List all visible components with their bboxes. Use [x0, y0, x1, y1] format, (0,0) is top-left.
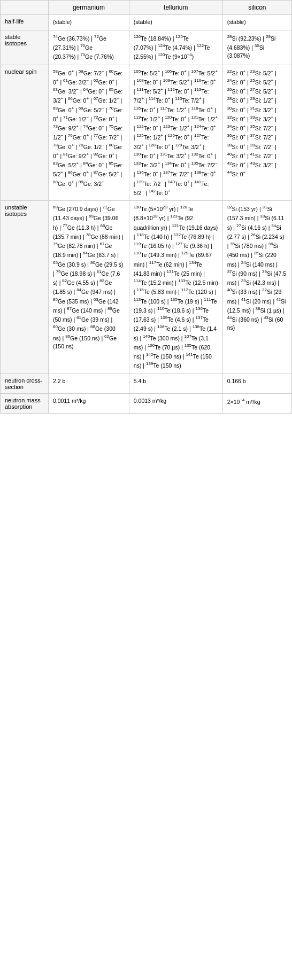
stable-si-content: 28Si (92.23%) | 29Si (4.683%) | 30Si (3.… [227, 34, 287, 60]
neutron-cross-ge-value: 2.2 b [53, 377, 125, 386]
row-label-half-life: half-life [1, 15, 49, 30]
table-row-half-life: half-life (stable) (stable) (stable) [1, 15, 292, 30]
stable-te-content: 126Te (18.84%) | 125Te (7.07%) | 124Te (… [134, 34, 218, 61]
row-label-neutron-cross: neutron cross-section [1, 374, 49, 393]
half-life-ge-value: (stable) [53, 19, 72, 25]
row-label-unstable-isotopes: unstable isotopes [1, 201, 49, 374]
unstable-ge-content: 68Ge (270.9 days) | 71Ge (11.43 days) | … [53, 204, 125, 351]
row-label-stable-isotopes: stable isotopes [1, 30, 49, 65]
unstable-te-content: 130Te (5×1023 yr) | 128Te (8.8×1018 yr) … [134, 204, 218, 370]
cell-unstable-te: 130Te (5×1023 yr) | 128Te (8.8×1018 yr) … [129, 201, 222, 374]
row-label-neutron-mass: neutron mass absorption [1, 393, 49, 413]
nuclear-spin-si-content: 22Si: 0+ | 23Si: 5/2+ | 24Si: 0+ | 25Si:… [227, 68, 287, 179]
cell-neutron-cross-te: 5.4 b [129, 374, 222, 393]
table-row-neutron-mass: neutron mass absorption 0.0011 m²/kg 0.0… [1, 393, 292, 413]
cell-unstable-ge: 68Ge (270.9 days) | 71Ge (11.43 days) | … [49, 201, 129, 374]
neutron-mass-si-value: 2×10−4 m²/kg [227, 397, 287, 406]
cell-nuclear-spin-ge: 58Ge: 0+ | 59Ge: 7/2− | 60Ge: 0+ | 61Ge:… [49, 65, 129, 201]
row-label-nuclear-spin: nuclear spin [1, 65, 49, 201]
cell-stable-ge: 74Ge (36.73%) | 72Ge (27.31%) | 70Ge (20… [49, 30, 129, 65]
table-row-stable-isotopes: stable isotopes 74Ge (36.73%) | 72Ge (27… [1, 30, 292, 65]
cell-neutron-cross-si: 0.166 b [222, 374, 291, 393]
cell-nuclear-spin-te: 105Te: 5/2+ | 106Te: 0+ | 107Te: 5/2+ | … [129, 65, 222, 201]
empty-header-cell [1, 1, 49, 15]
neutron-mass-ge-value: 0.0011 m²/kg [53, 397, 125, 406]
col-header-tellurium: tellurium [129, 1, 222, 15]
cell-half-life-si: (stable) [222, 15, 291, 30]
cell-stable-te: 126Te (18.84%) | 125Te (7.07%) | 124Te (… [129, 30, 222, 65]
col-header-silicon: silicon [222, 1, 291, 15]
col-header-germanium: germanium [49, 1, 129, 15]
neutron-cross-si-value: 0.166 b [227, 377, 287, 386]
cell-neutron-mass-te: 0.0013 m²/kg [129, 393, 222, 413]
neutron-mass-te-value: 0.0013 m²/kg [134, 397, 218, 406]
cell-half-life-ge: (stable) [49, 15, 129, 30]
table-row-nuclear-spin: nuclear spin 58Ge: 0+ | 59Ge: 7/2− | 60G… [1, 65, 292, 201]
cell-stable-si: 28Si (92.23%) | 29Si (4.683%) | 30Si (3.… [222, 30, 291, 65]
cell-neutron-mass-si: 2×10−4 m²/kg [222, 393, 291, 413]
half-life-te-value: (stable) [134, 19, 152, 25]
cell-nuclear-spin-si: 22Si: 0+ | 23Si: 5/2+ | 24Si: 0+ | 25Si:… [222, 65, 291, 201]
table-row-neutron-cross: neutron cross-section 2.2 b 5.4 b 0.166 … [1, 374, 292, 393]
nuclear-spin-ge-content: 58Ge: 0+ | 59Ge: 7/2− | 60Ge: 0+ | 61Ge:… [53, 68, 125, 188]
cell-unstable-si: 32Si (153 yr) | 31Si (157.3 min) | 33Si … [222, 201, 291, 374]
table-row-unstable-isotopes: unstable isotopes 68Ge (270.9 days) | 71… [1, 201, 292, 374]
nuclear-spin-te-content: 105Te: 5/2+ | 106Te: 0+ | 107Te: 5/2+ | … [134, 68, 218, 198]
half-life-si-value: (stable) [227, 19, 246, 25]
stable-ge-content: 74Ge (36.73%) | 72Ge (27.31%) | 70Ge (20… [53, 34, 125, 61]
unstable-si-content: 32Si (153 yr) | 31Si (157.3 min) | 33Si … [227, 204, 287, 332]
neutron-cross-te-value: 5.4 b [134, 377, 218, 386]
cell-neutron-cross-ge: 2.2 b [49, 374, 129, 393]
cell-neutron-mass-ge: 0.0011 m²/kg [49, 393, 129, 413]
cell-half-life-te: (stable) [129, 15, 222, 30]
